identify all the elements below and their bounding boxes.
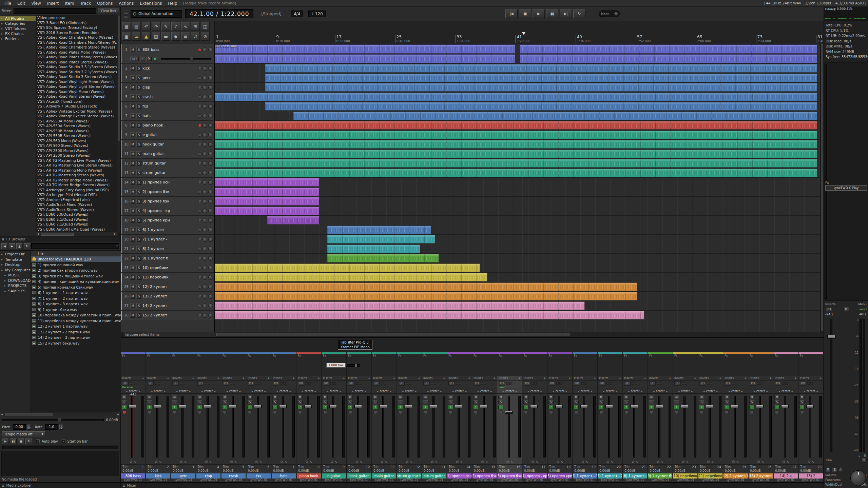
strip-solo-button[interactable]: S <box>624 400 629 404</box>
phase-button[interactable]: ∅ <box>582 460 584 464</box>
audio-item[interactable] <box>327 226 432 234</box>
pan-value[interactable]: center <box>756 390 765 393</box>
strip-mute-button[interactable]: M <box>272 395 277 399</box>
strip-fader-handle[interactable] <box>781 405 789 408</box>
track-lane[interactable] <box>215 64 820 73</box>
track-lane[interactable] <box>215 273 820 282</box>
strip-fader-handle[interactable] <box>731 405 738 408</box>
track-name[interactable]: 15) 2 куплет <box>142 313 197 317</box>
strip-solo-button[interactable]: S <box>448 400 453 404</box>
snap-icon[interactable]: ⊞ <box>191 22 200 31</box>
phase-button[interactable]: ∅ <box>682 460 685 464</box>
track-panel[interactable]: 2MSkick <box>121 64 214 73</box>
audio-item[interactable] <box>215 292 637 300</box>
strip-volume-value[interactable]: 0.00dB <box>221 469 246 473</box>
record-arm-button[interactable] <box>198 162 201 165</box>
env-button[interactable]: ∿ <box>761 460 764 464</box>
io-slot-icon[interactable] <box>233 382 235 385</box>
track-lanes[interactable]: 808 bass.wav <box>215 44 820 332</box>
track-mute-button[interactable]: M <box>130 227 135 232</box>
add-insert-icon[interactable]: + <box>368 377 370 380</box>
track-lane[interactable] <box>215 83 820 92</box>
plugin-row[interactable]: VST: Arousor (Empirical Labs) <box>36 197 117 202</box>
monitor-speaker-icon[interactable]: ♪ <box>649 405 654 409</box>
parent-folder-icon[interactable]: ▲ <box>16 243 23 249</box>
record-arm-button[interactable] <box>198 105 201 108</box>
phase-button[interactable]: ∅ <box>306 460 308 464</box>
io-button[interactable]: I/O <box>599 381 605 386</box>
master-fader[interactable] <box>830 319 832 452</box>
pan-left-icon[interactable]: ◄ <box>603 390 604 392</box>
pan-value[interactable]: center <box>254 390 263 393</box>
file-row[interactable]: 7) 1 куплет - 2 партия.wav <box>31 296 122 301</box>
mixer-strip[interactable]: FxInserts+I/O◄center►MS♪∅∿Trim200.00dB7)… <box>598 352 623 483</box>
track-mute-button[interactable]: M <box>130 132 135 137</box>
strip-volume-value[interactable]: 0.00dB <box>246 469 271 473</box>
fx-slot-name[interactable]: Kramer PIE Mono <box>338 345 372 349</box>
strip-volume-value[interactable]: 0.00dB <box>397 469 422 473</box>
strip-mute-button[interactable]: M <box>548 395 554 399</box>
track-panel[interactable]: 13MSstrum guitar <box>121 168 214 178</box>
monitor-speaker-icon[interactable]: ♪ <box>448 405 453 409</box>
expand-icon[interactable]: ▸ <box>1 262 3 268</box>
audio-item[interactable] <box>520 44 817 54</box>
fx-insert-list[interactable]: Fx <box>573 354 597 376</box>
plugin-row[interactable]: VST: Abbey Road Chambers Stereo (Waves) <box>36 45 117 50</box>
plugin-row[interactable]: VST: Abbey Road Chambers Mono (Waves) <box>36 35 117 40</box>
io-button[interactable]: I/O <box>750 381 756 386</box>
track-name[interactable]: 7) 1 куплет - <box>142 237 197 241</box>
monitor-speaker-icon[interactable]: ♪ <box>498 405 503 409</box>
inserts-label[interactable]: Inserts <box>750 377 759 380</box>
strip-mute-button[interactable]: M <box>297 395 303 399</box>
io-button[interactable]: I/O <box>423 381 430 386</box>
track-solo-button[interactable]: S <box>136 180 141 185</box>
track-solo-button[interactable]: S <box>136 189 141 194</box>
io-slot-icon[interactable] <box>208 382 210 385</box>
io-button[interactable]: I/O <box>800 381 806 386</box>
pan-value[interactable]: center <box>681 390 690 393</box>
file-list-hscroll[interactable]: ◀ ▶ <box>0 412 120 416</box>
media-explorer-dock-tab[interactable]: ≣ Media Explorer <box>0 482 120 488</box>
io-slot-icon[interactable] <box>384 382 386 385</box>
strip-fader[interactable] <box>508 396 510 457</box>
mixer-strip[interactable]: FxInserts+I/O◄center►MS♪∅∿Trim100.00dBho… <box>347 352 372 483</box>
track-name[interactable]: fxs <box>142 104 197 109</box>
monitor-speaker-icon[interactable]: ♪ <box>523 405 528 409</box>
strip-record-arm-button[interactable] <box>273 410 277 414</box>
global-automation-dropdown[interactable]: Global Automation <box>131 10 182 18</box>
strip-volume-value[interactable]: 0.00dB <box>271 469 296 473</box>
strip-name[interactable]: kick <box>146 473 170 479</box>
audio-item[interactable] <box>215 140 817 149</box>
strip-name[interactable]: 11) перебивк <box>698 473 722 479</box>
mixer-strip[interactable]: FxInserts+I/O◄center►MS♪∅∿Trim230.00dB10… <box>673 352 698 483</box>
plugin-row[interactable]: VST: Archetype Plini (Neural DSP) <box>36 192 117 197</box>
plugin-row[interactable]: VST: Abbey Road Vinyl Stereo (Waves) <box>36 94 117 99</box>
pan-right-icon[interactable]: ► <box>189 390 191 392</box>
width-knob[interactable] <box>208 294 213 299</box>
record-arm-button[interactable] <box>198 285 201 289</box>
strip-record-arm-button[interactable] <box>725 410 729 414</box>
pan-value[interactable]: center <box>556 390 564 393</box>
record-arm-button[interactable] <box>198 76 201 80</box>
docker-icon[interactable]: ◫ <box>201 22 210 31</box>
add-insert-icon[interactable]: + <box>543 377 546 380</box>
track-name[interactable]: main guitar <box>142 152 197 156</box>
fx-insert-list[interactable]: Fx <box>673 354 698 376</box>
phase-button[interactable]: ∅ <box>783 460 785 464</box>
fx-button[interactable]: fx <box>147 57 152 61</box>
mixer-strip[interactable]: FxInserts+I/O◄center►MS♪∅∿Trim110.00dBma… <box>372 352 397 483</box>
width-knob[interactable] <box>208 313 213 318</box>
fx-insert-list[interactable]: Fx <box>397 354 422 376</box>
strip-mute-button[interactable]: M <box>172 395 177 399</box>
strip-mute-button[interactable]: M <box>599 395 604 399</box>
plugin-row[interactable]: VST: B360 5.1/Quad (Waves) <box>36 217 117 222</box>
envelope-icon[interactable]: ∿ <box>181 22 190 31</box>
track-mute-button[interactable]: M <box>130 199 135 204</box>
plugin-list-vscroll[interactable] <box>117 15 120 232</box>
phase-button[interactable]: ∅ <box>557 460 559 464</box>
env-button[interactable]: ∿ <box>335 460 337 464</box>
track-solo-button[interactable]: S <box>136 208 141 213</box>
width-knob[interactable] <box>208 209 213 213</box>
track-mute-button[interactable]: M <box>130 246 135 251</box>
pan-left-icon[interactable]: ◄ <box>302 390 303 392</box>
